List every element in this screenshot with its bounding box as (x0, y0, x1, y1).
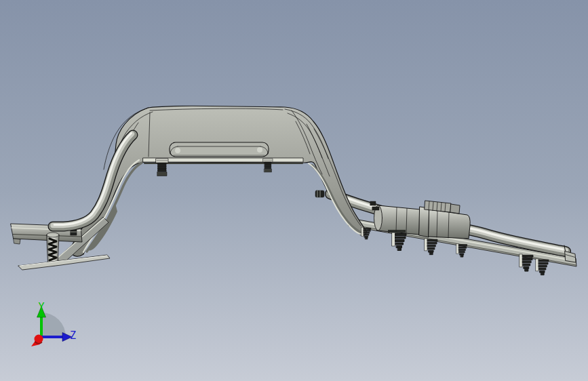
y-axis-label: Y (38, 301, 44, 313)
viewport-background[interactable] (0, 0, 588, 381)
ribbed-bolt-side[interactable] (315, 190, 324, 197)
ribbed-bolt[interactable] (156, 159, 168, 176)
grab-handle-recess[interactable] (170, 142, 269, 157)
cad-viewport: Y Z (0, 0, 588, 381)
connector-flange[interactable] (419, 207, 429, 237)
viewport-canvas[interactable]: Y Z (0, 0, 588, 381)
z-axis-label: Z (70, 329, 76, 342)
ribbed-bolt[interactable] (263, 159, 273, 172)
